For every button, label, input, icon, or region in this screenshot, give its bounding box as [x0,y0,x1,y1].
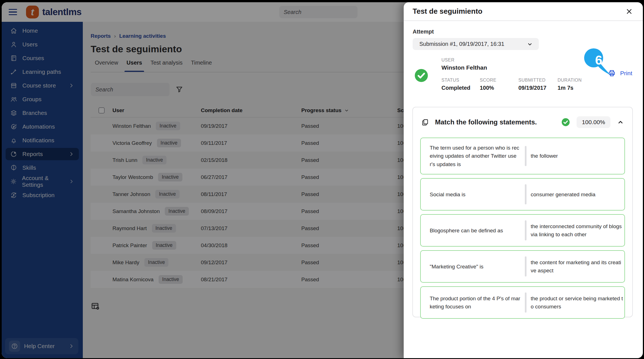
stat-value: Completed [441,85,480,91]
pair-right: the interconnected community of blogs vi… [531,222,623,239]
print-label: Print [620,70,632,77]
correct-check-icon [561,117,570,127]
stat-label: SUBMITTED [518,78,558,83]
print-button[interactable]: Print [608,69,632,77]
attempt-summary: USER Winston Felthan STATUSCompleted SCO… [413,58,634,91]
panel-title: Test de seguimiento [413,7,482,16]
panel-user-name: Winston Felthan [441,64,634,71]
app-window: t talentlms Home Users Courses Learning … [2,2,643,358]
pair-right: the product or service being marketed to… [531,294,623,311]
pair-left: The product portion of the 4 P's of mark… [430,294,521,311]
question-title: Match the following statements. [435,118,537,126]
match-pair: The term used for a person who is receiv… [420,138,625,174]
stat-label: STATUS [441,78,480,83]
close-icon[interactable] [624,7,634,16]
attempt-select-value: Submission #1, 09/19/2017, 16:31 [419,41,504,47]
copy-icon [421,119,429,126]
stat-value: 09/19/2017 [518,85,558,91]
pair-left: "Marketing Creative" is [430,263,521,271]
printer-icon [608,69,616,77]
attempt-stats: STATUSCompleted SCORE100% SUBMITTED09/19… [441,78,634,91]
success-check-icon [413,68,429,83]
match-pair: The product portion of the 4 P's of mark… [420,286,625,319]
pair-right: consumer generated media [531,190,623,199]
chevron-up-icon[interactable] [617,118,624,126]
pair-divider [525,184,527,204]
attempt-select[interactable]: Submission #1, 09/19/2017, 16:31 [413,38,539,50]
pair-left: The term used for a person who is receiv… [430,144,521,168]
match-pair: Social media is consumer generated media [420,178,625,211]
chevron-down-icon [527,41,533,48]
pair-right: the follower [531,152,623,160]
pair-left: Social media is [430,190,521,199]
question-score-chip: 100.00% [577,116,610,128]
pair-divider [525,220,527,240]
stat-label: SCORE [480,78,518,83]
pair-divider [525,292,527,313]
pair-right: the content for marketing and its creati… [531,258,623,275]
stat-value: 1m 7s [558,85,597,91]
question-card: Match the following statements. 100.00% … [412,107,633,317]
stat-label: DURATION [558,78,597,83]
user-label: USER [441,58,634,63]
attempt-label: Attempt [413,29,434,35]
panel-header: Test de seguimiento [404,2,643,21]
pair-divider [525,146,527,166]
pair-divider [525,256,527,277]
question-card-header: Match the following statements. 100.00% [413,107,632,135]
match-pairs: The term used for a person who is receiv… [413,135,632,319]
attempt-details-panel: Test de seguimiento Attempt Submission #… [404,2,643,358]
match-pair: "Marketing Creative" is the content for … [420,250,625,283]
match-pair: Blogosphere can be defined as the interc… [420,214,625,247]
stat-value: 100% [480,85,518,91]
pair-left: Blogosphere can be defined as [430,226,521,235]
